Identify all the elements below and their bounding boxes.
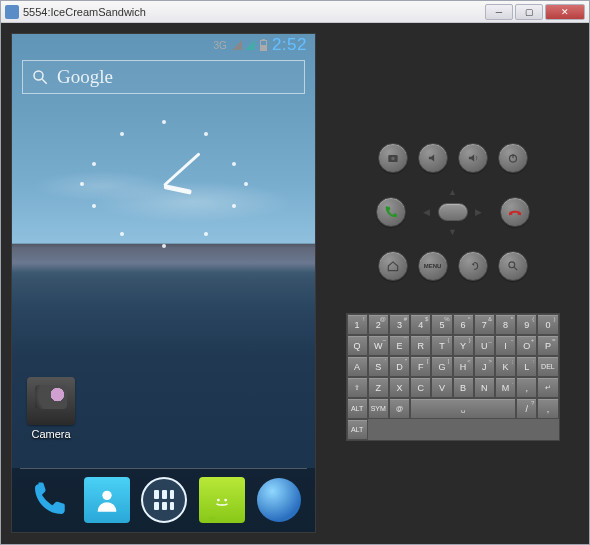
key-a[interactable]: A	[347, 356, 368, 377]
status-bar: 3G 2:52	[12, 34, 315, 56]
dock-contacts[interactable]	[84, 477, 130, 523]
dpad-up[interactable]: ▲	[448, 187, 457, 197]
key-l[interactable]: L:	[516, 356, 537, 377]
key-7[interactable]: 7&	[474, 314, 495, 335]
dpad-down[interactable]: ▼	[448, 227, 457, 237]
hw-back-button[interactable]	[458, 251, 488, 281]
key-/[interactable]: /?	[516, 398, 537, 419]
key-m[interactable]: M.	[495, 377, 516, 398]
hw-volume-down-button[interactable]	[418, 143, 448, 173]
key-3[interactable]: 3#	[389, 314, 410, 335]
analog-clock-widget[interactable]	[64, 114, 264, 254]
svg-point-3	[217, 499, 220, 502]
key-alt[interactable]: ALT	[347, 398, 368, 419]
battery-icon	[260, 40, 267, 51]
key-0[interactable]: 0)	[537, 314, 558, 335]
hardware-keyboard: 1!2@3#4$5%6^7&8*9(0)QW~E¯R`T{Y}U_I-O+P=A…	[346, 313, 560, 441]
dock-browser[interactable]	[257, 478, 301, 522]
key-j[interactable]: J>	[474, 356, 495, 377]
dpad-center[interactable]	[438, 203, 468, 221]
hw-end-button[interactable]	[500, 197, 530, 227]
key-,[interactable]: ,	[537, 398, 558, 419]
key-s[interactable]: S'	[368, 356, 389, 377]
search-bar[interactable]: Google	[22, 60, 305, 94]
hw-camera-button[interactable]	[378, 143, 408, 173]
app-icon	[5, 5, 19, 19]
hw-search-button[interactable]	[498, 251, 528, 281]
key-r[interactable]: R`	[410, 335, 431, 356]
minimize-button[interactable]: ─	[485, 4, 513, 20]
key-␣[interactable]: ␣	[410, 398, 516, 419]
dock-messaging[interactable]	[199, 477, 245, 523]
svg-point-0	[34, 71, 43, 80]
device-screen[interactable]: 3G 2:52 Google	[12, 34, 315, 532]
search-placeholder: Google	[57, 66, 113, 88]
key-e[interactable]: E¯	[389, 335, 410, 356]
key-del[interactable]: DEL	[537, 356, 558, 377]
key-g[interactable]: G]	[431, 356, 452, 377]
key-i[interactable]: I-	[495, 335, 516, 356]
maximize-button[interactable]: ▢	[515, 4, 543, 20]
hw-power-button[interactable]	[498, 143, 528, 173]
key-f[interactable]: F[	[410, 356, 431, 377]
dpad-right[interactable]: ▶	[475, 207, 482, 217]
dpad-left[interactable]: ◀	[423, 207, 430, 217]
dock-apps[interactable]	[141, 477, 187, 523]
svg-line-10	[514, 267, 517, 270]
key-y[interactable]: Y}	[453, 335, 474, 356]
control-panel: ▲ ◀ ▶ ▼ MENU 1!2@3#4$5%6^7&8*9(0)QW~E¯R	[326, 33, 579, 534]
svg-point-4	[225, 499, 228, 502]
svg-point-2	[102, 491, 111, 500]
network-label: 3G	[214, 40, 227, 51]
apps-grid-icon	[154, 490, 174, 510]
hw-home-button[interactable]	[378, 251, 408, 281]
key-b[interactable]: B	[453, 377, 474, 398]
app-shortcut-camera[interactable]: Camera	[24, 377, 78, 440]
key-⇧[interactable]: ⇧	[347, 377, 368, 398]
svg-line-1	[42, 79, 47, 84]
key-@[interactable]: @	[389, 398, 410, 419]
key-z[interactable]: Z	[368, 377, 389, 398]
svg-point-6	[391, 157, 395, 161]
key-c[interactable]: C	[410, 377, 431, 398]
key-p[interactable]: P=	[537, 335, 558, 356]
hw-call-button[interactable]	[376, 197, 406, 227]
key-h[interactable]: H<	[453, 356, 474, 377]
key-1[interactable]: 1!	[347, 314, 368, 335]
svg-point-9	[508, 262, 514, 268]
key-↵[interactable]: ↵	[537, 377, 558, 398]
key-n[interactable]: N	[474, 377, 495, 398]
hw-volume-up-button[interactable]	[458, 143, 488, 173]
hardware-buttons: ▲ ◀ ▶ ▼ MENU	[376, 143, 530, 281]
key-u[interactable]: U_	[474, 335, 495, 356]
dock-phone[interactable]	[26, 477, 72, 523]
key-w[interactable]: W~	[368, 335, 389, 356]
key-4[interactable]: 4$	[410, 314, 431, 335]
key-sym[interactable]: SYM	[368, 398, 389, 419]
key-,[interactable]: ,	[516, 377, 537, 398]
close-button[interactable]: ✕	[545, 4, 585, 20]
key-o[interactable]: O+	[516, 335, 537, 356]
key-9[interactable]: 9(	[516, 314, 537, 335]
key-5[interactable]: 5%	[431, 314, 452, 335]
key-8[interactable]: 8*	[495, 314, 516, 335]
key-alt[interactable]: ALT	[347, 419, 368, 440]
key-x[interactable]: X	[389, 377, 410, 398]
key-k[interactable]: K;	[495, 356, 516, 377]
dpad: ▲ ◀ ▶ ▼	[416, 183, 490, 241]
device-frame: 3G 2:52 Google	[11, 33, 316, 533]
emulator-window: 5554:IceCreamSandwich ─ ▢ ✕ 3G 2:52	[0, 0, 590, 545]
search-icon	[31, 68, 49, 86]
window-title: 5554:IceCreamSandwich	[23, 6, 146, 18]
key-t[interactable]: T{	[431, 335, 452, 356]
hw-menu-button[interactable]: MENU	[418, 251, 448, 281]
key-q[interactable]: Q	[347, 335, 368, 356]
signal-icon	[232, 40, 242, 50]
camera-icon	[27, 377, 75, 425]
key-d[interactable]: D"	[389, 356, 410, 377]
key-v[interactable]: V	[431, 377, 452, 398]
app-label: Camera	[24, 428, 78, 440]
key-6[interactable]: 6^	[453, 314, 474, 335]
dock	[12, 468, 315, 532]
key-2[interactable]: 2@	[368, 314, 389, 335]
